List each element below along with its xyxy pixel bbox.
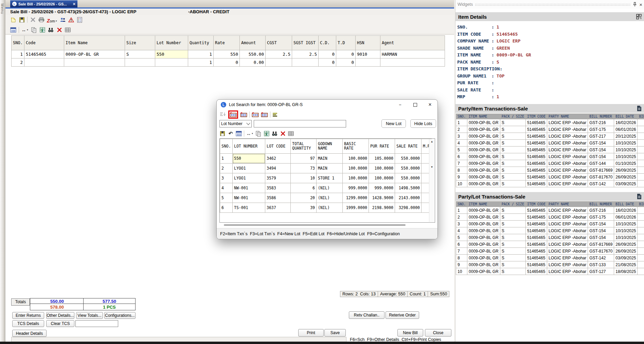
table-row[interactable]: 2LYOO1349473MAIN100.0000100.0000550.0000: [220, 164, 432, 173]
column-header[interactable]: HSN: [355, 36, 380, 50]
column-header[interactable]: SNO.: [220, 139, 233, 154]
save-icon[interactable]: [219, 130, 226, 137]
search-by-select[interactable]: Lot Number: [219, 120, 252, 127]
party-ledger-icon[interactable]: [60, 16, 66, 23]
menu-strip[interactable]: Menu: [0, 0, 6, 342]
vertical-scrollbar[interactable]: ▲ ▼: [429, 139, 434, 222]
close-button[interactable]: Close: [425, 329, 451, 337]
table-row[interactable]: 3LYOO1357910STORE 1100.0000100.0000550.0…: [220, 173, 432, 183]
column-header[interactable]: SALE RATE: [395, 139, 422, 154]
horizontal-scrollbar[interactable]: [224, 224, 406, 226]
enter-returns-button[interactable]: Enter Returns: [12, 312, 44, 319]
column-header[interactable]: Rate: [213, 36, 239, 50]
delete-row-icon[interactable]: [280, 130, 286, 137]
table-row[interactable]: 5NW-001358620(NIL)1299.00001428.90002143…: [220, 193, 432, 203]
new-lot-button[interactable]: New Lot: [381, 119, 406, 128]
save-icon[interactable]: [19, 16, 25, 23]
other-details-button[interactable]: Other Details...: [46, 312, 74, 319]
voucher-settings-icon[interactable]: [77, 16, 83, 23]
tcs-value-input[interactable]: [75, 320, 118, 327]
close-icon[interactable]: ×: [423, 100, 437, 109]
column-header[interactable]: Code: [24, 36, 64, 50]
view-totals-button[interactable]: View Totals...: [76, 312, 103, 319]
tcs-details-button[interactable]: TCS Details: [12, 320, 44, 327]
table-row[interactable]: 6TS-001363739(NIL)1999.00002198.90003298…: [220, 203, 432, 213]
table-row[interactable]: 4NW-00135836(NIL)999.0000999.00001498.50…: [220, 183, 432, 193]
cell: [638, 268, 644, 275]
calculator-icon[interactable]: [10, 27, 16, 33]
column-header[interactable]: LOT CODE: [265, 139, 291, 154]
column-header[interactable]: Quantity: [188, 36, 213, 50]
column-header[interactable]: Agent: [380, 36, 445, 50]
export-excel-icon[interactable]: X: [39, 27, 46, 33]
cell: 51465465: [24, 50, 64, 58]
lot-search-input[interactable]: [254, 120, 346, 127]
tab-close-icon[interactable]: ×: [73, 2, 75, 6]
minimize-icon[interactable]: −: [393, 100, 408, 109]
column-header[interactable]: Size: [125, 36, 155, 50]
column-header[interactable]: SNO.: [12, 36, 24, 50]
cell: 06/01/2026: [614, 126, 638, 133]
column-header[interactable]: SGST IGST: [292, 36, 318, 50]
grid-view-icon[interactable]: [288, 130, 294, 137]
maximize-icon[interactable]: [408, 100, 423, 109]
header-details-button[interactable]: Header Details: [12, 330, 47, 337]
new-bill-icon[interactable]: [10, 16, 16, 23]
sort-icon[interactable]: [219, 111, 226, 118]
undo-icon[interactable]: ↶: [228, 130, 234, 137]
column-resize-icon[interactable]: ↔▼: [246, 130, 253, 137]
grid-view-icon[interactable]: [65, 27, 71, 33]
table-row[interactable]: 2100.0000: [12, 58, 445, 67]
cell: S: [500, 119, 525, 126]
dialog-titlebar[interactable]: L Lot Search for Item: 0009-OP-BL GR-S −…: [217, 100, 437, 110]
column-header[interactable]: T.D: [336, 36, 355, 50]
cell: 3: [220, 173, 233, 183]
copy-icon[interactable]: [255, 130, 262, 137]
warning-icon[interactable]: [68, 16, 74, 23]
retv-challan-button[interactable]: Retv Challan..: [349, 311, 384, 319]
pin-icon[interactable]: [632, 2, 637, 7]
copy-icon[interactable]: [31, 27, 37, 33]
clear-tcs-button[interactable]: Clear TCS: [46, 320, 74, 327]
zoom-dropdown-icon[interactable]: Zom▼: [47, 16, 57, 23]
tab-sale-bill[interactable]: L Sale Bill - 25/02/2026 - GS... ×: [10, 0, 77, 7]
column-header[interactable]: Item Name: [64, 36, 125, 50]
close-icon[interactable]: ×: [639, 2, 642, 7]
cell: 51465465: [525, 221, 547, 227]
column-resize-icon[interactable]: ↔▼: [21, 27, 29, 33]
column-header[interactable]: C.D.: [318, 36, 336, 50]
document-icon[interactable]: [637, 193, 642, 200]
configuration-list-icon[interactable]: [272, 111, 279, 118]
column-header[interactable]: CGST: [265, 36, 292, 50]
column-header[interactable]: Lot Number: [155, 36, 188, 50]
hide-lots-button[interactable]: Hide Lots: [410, 119, 436, 128]
reterive-order-button[interactable]: Reterive Order: [386, 311, 419, 319]
column-header[interactable]: TOTAL QUANTITY: [291, 139, 317, 154]
print-icon[interactable]: [38, 16, 44, 23]
document-icon[interactable]: [637, 105, 642, 111]
column-header[interactable]: GODOWN NAME: [317, 139, 343, 154]
new-bill-button[interactable]: New Bill: [397, 329, 423, 337]
table-row[interactable]: 1514654650009-OP-BL GRS5501550550.002.52…: [12, 50, 445, 58]
column-header[interactable]: PUR RATE: [369, 139, 395, 154]
find-icon[interactable]: [272, 130, 278, 137]
qr-icon[interactable]: [636, 14, 642, 19]
column-header[interactable]: LOT NUMBER: [233, 139, 265, 154]
find-icon[interactable]: [48, 27, 54, 33]
export-excel-icon[interactable]: X: [264, 130, 270, 137]
print-button[interactable]: Print: [298, 329, 324, 337]
configurations-button[interactable]: Configurations...: [104, 312, 136, 319]
totals-label[interactable]: Totals: [11, 298, 30, 306]
save-button[interactable]: Save: [324, 329, 346, 337]
column-header[interactable]: Amount: [239, 36, 265, 50]
column-header[interactable]: BASIC RATE: [343, 139, 369, 154]
item-transactions-icon-highlighted[interactable]: [228, 110, 238, 119]
table-row[interactable]: 1550346297MAIN100.0000105.0000550.0000: [220, 154, 432, 164]
scroll-up-icon[interactable]: ▲: [429, 140, 434, 143]
new-lot-icon[interactable]: [252, 111, 259, 118]
scroll-down-icon[interactable]: ▼: [429, 166, 434, 169]
calculator-icon[interactable]: [236, 130, 242, 137]
edit-lot-icon[interactable]: [261, 111, 268, 118]
delete-row-icon[interactable]: [56, 27, 62, 33]
lot-transactions-icon[interactable]: [240, 111, 247, 118]
